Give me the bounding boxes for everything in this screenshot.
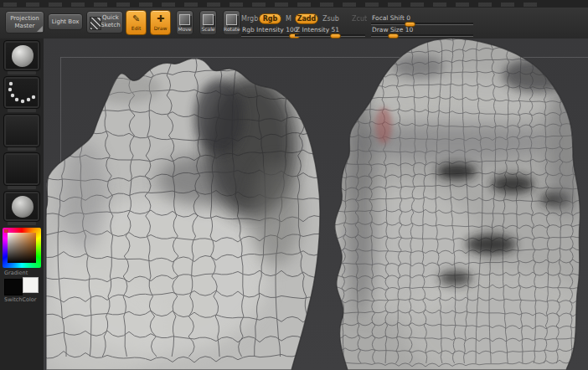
draw-size-value: Draw Size 10 — [372, 26, 413, 33]
projection-master-label-1: Projection — [6, 15, 44, 23]
texture-name-label — [8, 186, 36, 189]
rotate-label: Rotate — [224, 26, 240, 32]
edit-mode-button[interactable]: ✎ Edit — [126, 10, 147, 35]
move-box-icon — [179, 14, 190, 25]
menubar-item-marks — [3, 3, 538, 7]
zcut-toggle-disabled: Zcut — [352, 15, 367, 23]
rgb-intensity-slider[interactable]: Rgb Intensity 100 — [241, 26, 300, 37]
color-swatches — [0, 276, 44, 295]
rotate-mode-button[interactable]: Rotate — [223, 10, 240, 35]
projection-master-button[interactable]: Projection Master — [5, 11, 44, 33]
quick-sketch-label-1: Quick — [99, 14, 122, 22]
gradient-label[interactable]: Gradient — [0, 270, 44, 276]
picker-cursor-icon — [4, 229, 8, 233]
alpha-name-label — [8, 147, 36, 151]
quick-sketch-label-2: Sketch — [99, 22, 122, 29]
sculpt-viewport[interactable] — [44, 39, 588, 370]
light-box-button[interactable]: Light Box — [48, 13, 83, 30]
pencil-icon: ✎ — [126, 13, 146, 25]
slider-track — [371, 34, 473, 37]
main-color-swatch[interactable] — [4, 279, 23, 295]
material-selector-thumbnail[interactable] — [4, 192, 39, 221]
mrgb-toggle[interactable]: Mrgb — [241, 15, 258, 23]
zsub-toggle[interactable]: Zsub — [322, 15, 339, 23]
scale-mode-button[interactable]: Scale — [199, 10, 217, 35]
m-toggle[interactable]: M — [286, 15, 291, 23]
stroke-dots-icon — [6, 79, 38, 106]
material-name-label — [8, 222, 36, 225]
z-intensity-value: Z Intensity 51 — [296, 26, 339, 33]
cross-arrows-icon: ✚ — [151, 13, 170, 25]
secondary-color-swatch[interactable] — [23, 277, 39, 293]
focal-shift-value: Focal Shift 0 — [372, 14, 410, 22]
light-box-label: Light Box — [52, 18, 80, 25]
material-sphere-icon — [12, 196, 34, 218]
move-label: Move — [178, 26, 191, 32]
slider-track — [371, 23, 473, 25]
move-mode-button[interactable]: Move — [176, 10, 193, 35]
zbrush-window: Projection Master Light Box Quick Sketch… — [0, 0, 588, 370]
red-paint-smudge — [302, 76, 314, 98]
switch-color-label[interactable]: SwitchColor — [0, 296, 44, 303]
zadd-toggle-active[interactable]: Zadd — [295, 13, 318, 24]
focal-shift-slider[interactable]: Focal Shift 0 — [371, 14, 473, 25]
document-canvas[interactable] — [44, 39, 588, 370]
stroke-selector-thumbnail[interactable] — [4, 77, 39, 108]
draw-size-slider[interactable]: Draw Size 10 — [371, 26, 473, 37]
red-paint-patch — [375, 107, 392, 144]
corner-fold-icon — [37, 26, 43, 32]
brush-preview-icon — [12, 45, 34, 67]
alpha-selector-thumbnail[interactable] — [4, 115, 39, 146]
color-picker[interactable] — [3, 228, 41, 268]
hatch-lines-icon — [90, 17, 101, 30]
rgb-intensity-value: Rgb Intensity 100 — [242, 26, 297, 33]
left-tool-sidebar: Gradient SwitchColor — [0, 39, 44, 370]
saturation-value-square[interactable] — [8, 233, 36, 263]
edit-label: Edit — [132, 25, 142, 31]
brush-selector-thumbnail[interactable] — [4, 41, 39, 70]
scale-label: Scale — [201, 26, 214, 32]
texture-selector-thumbnail[interactable] — [4, 153, 39, 185]
quick-sketch-button[interactable]: Quick Sketch — [86, 11, 123, 33]
draw-mode-button[interactable]: ✚ Draw — [150, 10, 171, 35]
draw-label: Draw — [154, 25, 168, 31]
rotate-box-icon — [226, 14, 237, 25]
rgb-toggle-active[interactable]: Rgb — [259, 13, 281, 24]
z-intensity-slider[interactable]: Z Intensity 51 — [295, 26, 365, 37]
top-shelf-toolbar: Projection Master Light Box Quick Sketch… — [0, 8, 588, 39]
brush-name-label — [8, 71, 36, 75]
scale-box-icon — [203, 14, 214, 25]
sculpted-hand-mesh-right[interactable] — [315, 39, 588, 370]
sculpted-hand-mesh-left[interactable] — [44, 49, 331, 370]
